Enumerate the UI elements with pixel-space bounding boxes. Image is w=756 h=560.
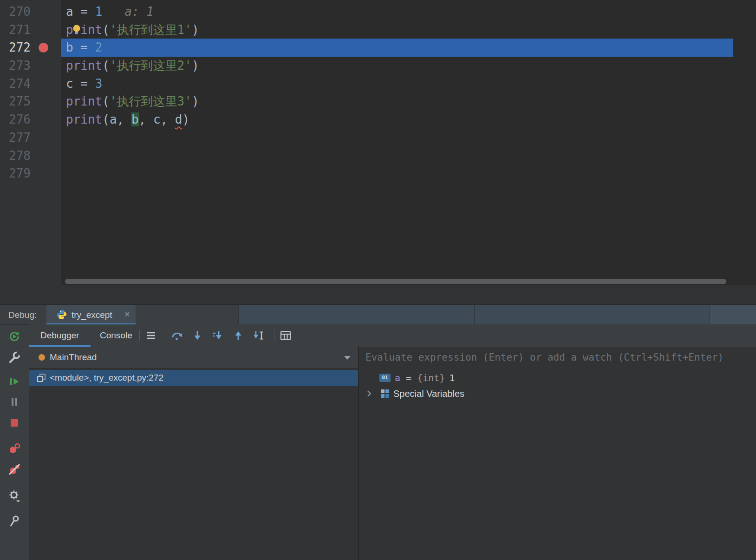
- code-token: a: [110, 112, 117, 126]
- breakpoint-icon[interactable]: [39, 43, 48, 53]
- chevron-right-icon[interactable]: [365, 390, 373, 397]
- line-number: 278: [0, 147, 31, 165]
- chevron-down-icon: [344, 356, 351, 360]
- debug-toolwindow-header: Debug: try_except ×: [0, 304, 756, 325]
- code-line-277[interactable]: [61, 129, 733, 147]
- code-token: ): [192, 94, 199, 108]
- evaluate-expression-input[interactable]: Evaluate expression (Enter) or add a wat…: [359, 347, 756, 368]
- mute-breakpoints-icon[interactable]: [8, 463, 21, 476]
- line-number: 273: [0, 57, 31, 75]
- code-token: 3: [95, 77, 103, 91]
- stack-frame-icon: [37, 373, 46, 382]
- code-token: ,: [117, 112, 131, 126]
- line-number: 275: [0, 92, 31, 111]
- code-token: =: [73, 5, 95, 19]
- code-area: a = 1a: 1 print('执行到这里1') b = 2 print('执…: [61, 3, 756, 183]
- resume-icon[interactable]: [8, 375, 21, 388]
- toolbar-separator: [274, 330, 274, 341]
- stack-frame-row-selected[interactable]: <module>, try_except.py:272: [29, 370, 358, 386]
- view-breakpoints-icon[interactable]: [8, 442, 21, 455]
- thread-icon: [39, 354, 45, 361]
- step-out-icon[interactable]: [230, 327, 247, 344]
- code-token: c: [66, 77, 73, 91]
- pin-icon[interactable]: [8, 514, 21, 527]
- code-token: (: [102, 59, 110, 72]
- code-token: print: [66, 112, 102, 126]
- code-line-278[interactable]: [61, 147, 733, 165]
- horizontal-scrollbar[interactable]: [65, 279, 726, 284]
- intention-bulb-icon[interactable]: [71, 24, 82, 35]
- code-token: ,: [139, 112, 153, 126]
- code-token: '执行到这里3': [110, 94, 192, 108]
- variable-row[interactable]: 01a = {int}1: [359, 371, 756, 385]
- code-line-271[interactable]: print('执行到这里1'): [61, 21, 733, 39]
- code-token: '执行到这里1': [110, 23, 192, 37]
- code-token: =: [73, 40, 95, 54]
- line-number: 274: [0, 75, 31, 93]
- debug-session-tab[interactable]: try_except ×: [46, 305, 136, 325]
- code-line-272-execution-point[interactable]: b = 2: [61, 39, 733, 57]
- header-segment: [710, 305, 756, 325]
- code-line-275[interactable]: print('执行到这里3'): [61, 92, 733, 111]
- code-token-unresolved-error: d: [175, 112, 182, 126]
- frames-panel: MainThread <module>, try_except.py:272: [29, 347, 358, 560]
- rerun-icon[interactable]: [8, 330, 21, 343]
- variable-name: a: [395, 372, 400, 383]
- settings-gear-icon[interactable]: [8, 489, 21, 502]
- code-token: (: [102, 23, 110, 37]
- variable-equals: =: [400, 372, 417, 383]
- code-line-276[interactable]: print(a, b, c, d): [61, 111, 733, 129]
- line-number: 277: [0, 129, 31, 147]
- code-token: ): [192, 59, 199, 72]
- line-number: 279: [0, 165, 31, 183]
- variable-type: {int}: [417, 372, 445, 383]
- code-token: (: [102, 94, 110, 108]
- code-line-273[interactable]: print('执行到这里2'): [61, 57, 733, 75]
- show-execution-point-icon[interactable]: [143, 327, 159, 344]
- code-line-274[interactable]: c = 3: [61, 75, 733, 93]
- code-editor: 270 271 272 273 274 275 276 277 278 279 …: [0, 0, 756, 285]
- code-token: 2: [95, 40, 103, 54]
- special-variables-label: Special Variables: [393, 387, 464, 401]
- variable-value: 1: [449, 372, 455, 383]
- line-number: 270: [0, 3, 31, 21]
- close-icon[interactable]: ×: [124, 305, 130, 325]
- debugger-toolbar: Debugger Console: [29, 324, 756, 347]
- debug-window-label: Debug:: [8, 305, 37, 325]
- code-token: a: [66, 5, 73, 19]
- pause-icon[interactable]: [8, 395, 21, 408]
- editor-gutter[interactable]: 270 271 272 273 274 275 276 277 278 279: [0, 0, 61, 285]
- evaluate-expression-icon[interactable]: [277, 327, 294, 344]
- code-line-279[interactable]: [61, 165, 733, 183]
- step-into-my-code-icon[interactable]: [209, 327, 226, 344]
- run-to-cursor-icon[interactable]: [250, 327, 267, 344]
- tab-console[interactable]: Console: [88, 324, 144, 347]
- line-number-column: 270 271 272 273 274 275 276 277 278 279: [0, 3, 31, 183]
- tab-debugger[interactable]: Debugger: [29, 324, 91, 347]
- thread-selector-dropdown[interactable]: MainThread: [29, 347, 358, 369]
- code-token: ): [192, 23, 199, 37]
- toolbar-separator: [139, 330, 140, 341]
- step-over-icon[interactable]: [169, 327, 185, 344]
- code-token-highlighted-occurrence: b: [131, 112, 139, 126]
- line-number: 271: [0, 21, 31, 39]
- python-icon: [57, 310, 67, 320]
- session-tab-title: try_except: [72, 305, 112, 325]
- code-token: (: [102, 112, 110, 126]
- special-variables-row[interactable]: Special Variables: [359, 387, 756, 401]
- tool-window-splitter[interactable]: [0, 285, 756, 304]
- variables-panel: Evaluate expression (Enter) or add a wat…: [359, 347, 756, 560]
- code-token: print: [66, 59, 102, 72]
- code-token: =: [73, 77, 95, 91]
- inline-debugger-hint: a: 1: [124, 5, 154, 19]
- header-segment: [238, 305, 474, 325]
- line-number-current: 272: [0, 39, 31, 57]
- step-into-icon[interactable]: [189, 327, 206, 344]
- code-token: b: [66, 40, 73, 54]
- code-token: ): [182, 112, 190, 126]
- special-variables-group-icon: [380, 389, 390, 398]
- wrench-icon[interactable]: [8, 351, 21, 364]
- code-line-270[interactable]: a = 1a: 1: [61, 3, 733, 21]
- stop-icon[interactable]: [8, 416, 21, 429]
- debug-left-toolbar: [0, 324, 29, 560]
